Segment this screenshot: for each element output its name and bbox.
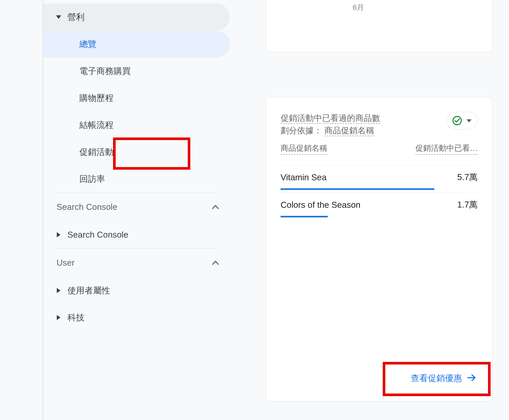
sidebar-item-label: Search Console <box>67 230 128 240</box>
promo-items-viewed-card: 促銷活動中已看過的商品數 劃分依據： 商品促銷名稱 商品促銷名稱 促銷活動中已看… <box>266 97 492 402</box>
row-bar-fill <box>281 188 434 190</box>
row-bar-fill <box>281 216 328 217</box>
sidebar-item-label: 總覽 <box>79 38 96 50</box>
table-row[interactable]: Colors of the Season 1.7萬 <box>281 192 478 217</box>
row-name: Colors of the Season <box>281 200 360 210</box>
chevron-up-icon <box>212 203 219 211</box>
card-title-by-label: 劃分依據： <box>281 126 322 135</box>
sidebar-item-user-attributes[interactable]: 使用者屬性 <box>43 277 230 304</box>
sidebar: 營利 總覽 電子商務購買 購物歷程 結帳流程 促銷活動 回訪率 Search C… <box>43 0 230 420</box>
card-title-metric: 促銷活動中已看過的商品數 <box>281 113 380 124</box>
card-header: 促銷活動中已看過的商品數 劃分依據： 商品促銷名稱 <box>281 112 478 137</box>
caret-right-icon <box>53 288 64 293</box>
sidebar-sub-promotions[interactable]: 促銷活動 <box>43 139 230 166</box>
sidebar-sub-checkout[interactable]: 結帳流程 <box>43 112 230 139</box>
svg-marker-1 <box>57 232 60 237</box>
table-row[interactable]: Vitamin Sea 5.7萬 <box>281 165 478 190</box>
sidebar-sub-shopping-journey[interactable]: 購物歷程 <box>43 85 230 112</box>
svg-marker-4 <box>466 119 472 122</box>
card-title-dimension: 商品促銷名稱 <box>324 126 374 136</box>
caret-down-icon <box>466 117 472 124</box>
row-name: Vitamin Sea <box>281 173 326 182</box>
sidebar-item-search-console[interactable]: Search Console <box>43 221 230 248</box>
sidebar-item-label: 促銷活動 <box>79 146 114 158</box>
sidebar-sub-retention[interactable]: 回訪率 <box>43 166 230 192</box>
sidebar-item-monetization[interactable]: 營利 <box>43 4 230 31</box>
row-value: 5.7萬 <box>457 171 478 183</box>
svg-marker-2 <box>57 288 60 293</box>
month-axis-label: 6月 <box>353 3 364 12</box>
sidebar-item-label: 營利 <box>67 11 85 23</box>
row-bar <box>281 216 478 217</box>
sidebar-item-label: 購物歷程 <box>79 92 114 104</box>
card-data-rows: Vitamin Sea 5.7萬 Colors of the Season 1.… <box>281 165 478 217</box>
sidebar-section-search-console[interactable]: Search Console <box>43 193 230 221</box>
section-header-label: User <box>57 258 75 268</box>
caret-down-icon <box>53 15 64 19</box>
sidebar-sub-overview[interactable]: 總覽 <box>43 31 230 58</box>
sidebar-sub-ecommerce[interactable]: 電子商務購買 <box>43 58 230 85</box>
svg-marker-0 <box>56 15 61 19</box>
sidebar-item-label: 結帳流程 <box>79 119 114 131</box>
arrow-right-icon <box>467 374 476 383</box>
sidebar-item-tech[interactable]: 科技 <box>43 304 230 331</box>
sidebar-item-label: 科技 <box>67 312 85 323</box>
sidebar-item-label: 回訪率 <box>79 173 105 185</box>
sidebar-item-label: 使用者屬性 <box>67 285 110 297</box>
card-footer: 查看促銷優惠 <box>405 368 482 389</box>
svg-marker-3 <box>57 315 60 320</box>
column-header-name: 商品促銷名稱 <box>281 143 327 155</box>
upper-card-fragment <box>266 0 493 52</box>
link-label: 查看促銷優惠 <box>411 373 462 384</box>
card-status-dropdown[interactable] <box>447 112 478 129</box>
row-value: 1.7萬 <box>457 199 478 211</box>
column-header-value: 促銷活動中已看… <box>415 143 478 155</box>
section-header-label: Search Console <box>57 202 117 212</box>
caret-right-icon <box>53 315 64 320</box>
row-bar <box>281 188 478 190</box>
caret-right-icon <box>53 232 64 237</box>
card-column-headers: 商品促銷名稱 促銷活動中已看… <box>281 143 478 155</box>
chevron-up-icon <box>212 259 219 267</box>
sidebar-section-user[interactable]: User <box>43 249 230 277</box>
sidebar-item-label: 電子商務購買 <box>79 65 131 77</box>
card-title: 促銷活動中已看過的商品數 劃分依據： 商品促銷名稱 <box>281 112 380 137</box>
view-promotions-link[interactable]: 查看促銷優惠 <box>405 368 482 389</box>
check-circle-icon <box>452 116 462 125</box>
